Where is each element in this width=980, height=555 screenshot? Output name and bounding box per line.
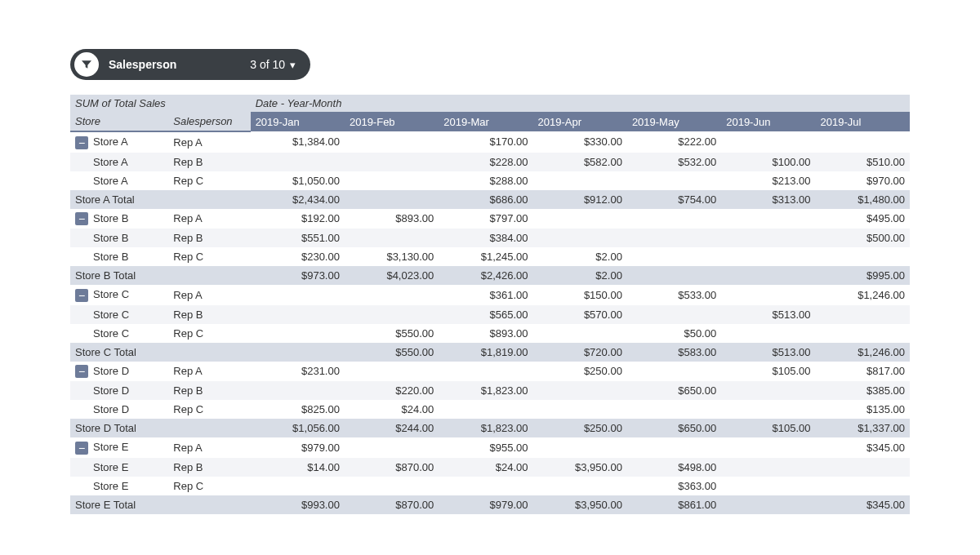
value-cell (251, 324, 345, 343)
collapse-toggle[interactable]: − (75, 365, 88, 378)
group-total-value: $2,434.00 (251, 190, 345, 209)
group-total-value: $973.00 (251, 266, 345, 285)
store-cell: Store A (70, 153, 168, 171)
group-total-value: $720.00 (533, 343, 627, 362)
value-cell (251, 477, 345, 495)
store-cell: Store C (70, 305, 168, 324)
rep-cell: Rep C (168, 324, 250, 343)
value-cell: $650.00 (627, 381, 721, 400)
value-cell: $970.00 (816, 171, 911, 190)
value-cell: $385.00 (816, 381, 911, 400)
collapse-toggle[interactable]: − (75, 136, 88, 149)
store-cell: −Store D (70, 362, 168, 382)
store-cell: Store D (70, 381, 168, 400)
value-cell (721, 131, 815, 153)
group-total-value: $686.00 (439, 190, 532, 209)
value-cell: $551.00 (251, 229, 345, 247)
table-row: −Store ARep A$1,384.00$170.00$330.00$222… (70, 131, 910, 153)
value-cell: $893.00 (345, 209, 439, 229)
value-cell: $797.00 (439, 209, 532, 229)
col-header[interactable]: 2019-Jul (816, 112, 911, 131)
col-header[interactable]: 2019-Jun (721, 112, 815, 131)
filter-salesperson-pill[interactable]: Salesperson 3 of 10 ▾ (70, 49, 310, 80)
collapse-toggle[interactable]: − (75, 289, 88, 302)
col-header[interactable]: 2019-Jan (251, 112, 345, 131)
value-cell: $533.00 (627, 285, 721, 305)
store-cell: Store B (70, 247, 168, 266)
group-total-value (721, 266, 815, 285)
collapse-toggle[interactable]: − (75, 442, 88, 455)
group-total-value: $995.00 (816, 266, 911, 285)
value-cell: $50.00 (627, 324, 721, 343)
rep-cell: Rep A (168, 362, 250, 382)
value-cell (345, 229, 439, 247)
group-total-value: $1,823.00 (439, 419, 532, 437)
store-cell: Store B (70, 229, 168, 247)
table-row: Store DRep B$220.00$1,823.00$650.00$385.… (70, 381, 910, 400)
value-cell (627, 247, 721, 266)
collapse-toggle[interactable]: − (75, 212, 88, 225)
value-cell (721, 381, 815, 400)
group-total-value: $244.00 (345, 419, 439, 437)
value-cell: $24.00 (345, 400, 439, 419)
group-total-row: Store D Total$1,056.00$244.00$1,823.00$2… (70, 419, 910, 437)
group-total-value: $2,426.00 (439, 266, 532, 285)
group-total-value: $250.00 (533, 419, 627, 437)
col-header[interactable]: 2019-May (627, 112, 721, 131)
value-cell (816, 324, 911, 343)
rep-cell: Rep B (168, 229, 250, 247)
value-cell (533, 171, 627, 190)
date-dimension-label: Date - Year-Month (251, 95, 910, 112)
value-cell: $24.00 (439, 458, 532, 477)
group-total-value: $2.00 (533, 266, 627, 285)
value-cell: $532.00 (627, 153, 721, 171)
filter-count: 3 of 10 (250, 58, 285, 71)
group-total-value: $550.00 (345, 343, 439, 362)
group-total-value: $912.00 (533, 190, 627, 209)
value-cell: $565.00 (439, 305, 532, 324)
table-row: −Store ERep A$979.00$955.00$345.00 (70, 437, 910, 458)
group-total-value: $861.00 (627, 495, 721, 514)
group-total-value: $979.00 (439, 495, 532, 514)
store-cell: −Store E (70, 437, 168, 458)
value-cell: $363.00 (627, 477, 721, 495)
col-header[interactable]: 2019-Apr (533, 112, 627, 131)
group-total-value: $1,819.00 (439, 343, 532, 362)
group-total-label: Store B Total (70, 266, 251, 285)
value-cell (345, 362, 439, 382)
group-total-row: Store B Total$973.00$4,023.00$2,426.00$2… (70, 266, 910, 285)
value-cell (816, 247, 911, 266)
group-total-value: $345.00 (816, 495, 911, 514)
value-cell: $220.00 (345, 381, 439, 400)
table-row: −Store CRep A$361.00$150.00$533.00$1,246… (70, 285, 910, 305)
value-cell (816, 131, 911, 153)
group-total-value: $1,337.00 (816, 419, 911, 437)
group-total-value: $754.00 (627, 190, 721, 209)
value-cell: $231.00 (251, 362, 345, 382)
value-cell (627, 437, 721, 458)
value-cell: $192.00 (251, 209, 345, 229)
store-cell: Store E (70, 458, 168, 477)
value-cell (816, 477, 911, 495)
value-cell: $825.00 (251, 400, 345, 419)
group-total-value: $313.00 (721, 190, 815, 209)
pivot-table: SUM of Total Sales Date - Year-Month Sto… (70, 95, 910, 514)
value-cell (533, 437, 627, 458)
value-cell: $170.00 (439, 131, 532, 153)
group-total-value: $870.00 (345, 495, 439, 514)
rep-cell: Rep C (168, 477, 250, 495)
rep-cell: Rep B (168, 381, 250, 400)
value-cell (816, 458, 911, 477)
col-header[interactable]: 2019-Mar (439, 112, 532, 131)
value-cell: $3,950.00 (533, 458, 627, 477)
value-cell (251, 381, 345, 400)
value-cell (345, 131, 439, 153)
col-header[interactable]: 2019-Feb (345, 112, 439, 131)
rep-cell: Rep C (168, 171, 250, 190)
group-total-value (251, 343, 345, 362)
group-total-value: $583.00 (627, 343, 721, 362)
rep-cell: Rep B (168, 153, 250, 171)
value-cell: $1,245.00 (439, 247, 532, 266)
value-cell (721, 247, 815, 266)
value-cell: $500.00 (816, 229, 911, 247)
